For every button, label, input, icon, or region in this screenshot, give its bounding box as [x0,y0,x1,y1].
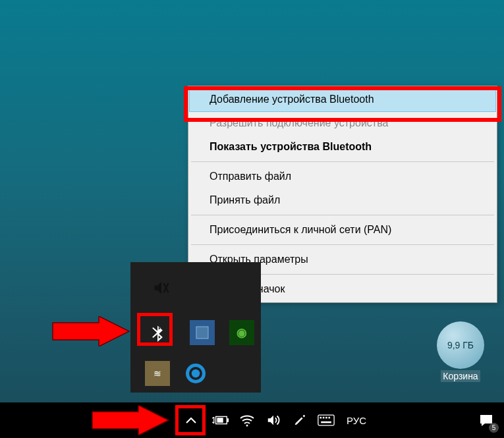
svg-text:≋: ≋ [154,369,161,379]
svg-rect-12 [328,417,330,419]
menu-add-bluetooth-device[interactable]: Добавление устройства Bluetooth [189,87,496,112]
menu-separator [191,244,494,245]
volume-icon[interactable] [265,412,282,429]
pen-icon[interactable] [291,412,308,429]
wifi-icon[interactable] [238,412,256,429]
tray-cortana-icon[interactable] [183,361,208,386]
menu-separator [191,161,494,162]
svg-rect-0 [196,327,208,339]
svg-rect-5 [227,418,229,422]
language-indicator[interactable]: РУС [344,415,369,426]
svg-rect-13 [321,422,331,424]
battery-icon[interactable] [212,412,229,429]
notification-badge: 5 [489,423,499,433]
menu-show-bluetooth-devices[interactable]: Показать устройства Bluetooth [190,135,495,159]
tray-app-icon[interactable] [190,320,215,345]
svg-point-7 [246,425,248,427]
keyboard-icon[interactable] [318,412,335,429]
tray-bluetooth-icon[interactable] [145,320,170,345]
menu-send-file[interactable]: Отправить файл [190,165,495,188]
svg-rect-8 [318,415,334,425]
tray-java-icon[interactable]: ≋ [145,361,170,386]
action-center-icon[interactable]: 5 [478,412,495,429]
recycle-bin-icon: 9,9 ГБ [437,321,484,369]
svg-rect-9 [320,417,322,419]
disk-size-label: 9,9 ГБ [447,340,474,350]
menu-join-pan[interactable]: Присоединиться к личной сети (PAN) [190,218,495,242]
system-tray-overflow-panel: ◉ ≋ [130,262,261,393]
desktop-recycle-bin[interactable]: 9,9 ГБ Корзина [432,321,490,382]
tray-muted-icon[interactable] [149,275,174,300]
svg-rect-6 [217,418,223,422]
svg-rect-11 [325,417,327,419]
recycle-bin-label: Корзина [441,370,480,382]
svg-point-3 [192,370,200,378]
annotation-arrow-icon [51,316,132,346]
windows-taskbar: РУС 5 [0,402,504,438]
menu-separator [191,215,494,215]
menu-allow-device-connection: Разрешить подключение устройства [190,111,495,135]
tray-nvidia-icon[interactable]: ◉ [229,320,254,345]
tray-overflow-chevron-icon[interactable] [179,408,203,432]
svg-rect-10 [323,417,325,419]
menu-receive-file[interactable]: Принять файл [190,188,495,212]
